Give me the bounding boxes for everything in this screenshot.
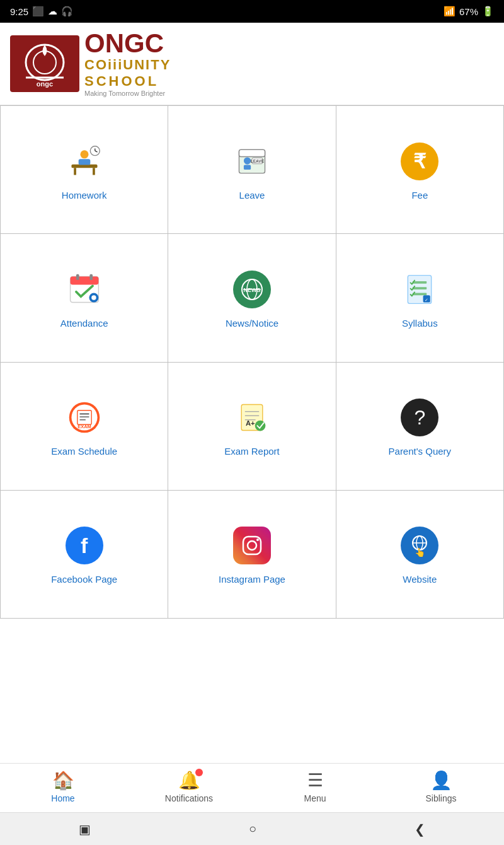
grid-item-parents-query[interactable]: ? Parent's Query [336,363,504,491]
grid-item-facebook[interactable]: f Facebook Page [1,491,168,619]
status-bar-left: 9:25 ⬛ ☁ 🎧 [10,6,73,17]
ongc-logo-box: ongc [10,35,79,92]
leave-icon-wrap: LEAVE [230,139,274,184]
android-recent-button[interactable]: ▣ [79,822,91,837]
syllabus-icon-wrap: ✓ [398,267,442,312]
leave-label: Leave [239,190,265,201]
grid-item-instagram[interactable]: Instagram Page [168,491,336,619]
menu-icon: ☰ [307,770,323,791]
svg-rect-6 [93,168,95,175]
syllabus-label: Syllabus [402,318,438,329]
nav-siblings[interactable]: 👤 Siblings [416,770,466,803]
parents-query-icon-wrap: ? [398,395,442,440]
news-globe-icon: NEWS [241,278,263,301]
svg-text:NEWS: NEWS [243,287,260,293]
facebook-icon: f [66,527,103,564]
website-svg: 👆 [408,534,431,557]
content-spacer [0,619,504,763]
grid-item-news-notice[interactable]: NEWS News/Notice [168,234,336,362]
grid-item-exam-schedule[interactable]: EXAM Exam Schedule [1,363,168,491]
menu-nav-label: Menu [304,793,326,803]
grid-item-attendance[interactable]: Attendance [1,234,168,362]
app-header: ongc ONGC COiiiUNITY SCHOOL Making Tomor… [0,23,504,105]
svg-point-48 [248,541,256,550]
svg-rect-8 [78,159,90,165]
homework-icon [67,144,102,179]
exam-report-icon-wrap: A+ [230,395,274,440]
svg-rect-13 [239,149,265,156]
svg-rect-15 [244,165,251,169]
svg-rect-5 [74,168,76,175]
android-navigation-bar: ▣ ○ ❮ [0,812,504,845]
status-time: 9:25 [10,6,28,17]
svg-point-14 [244,157,251,164]
svg-text:ongc: ongc [37,80,53,88]
instagram-status-icon: ⬛ [32,6,44,17]
grid-item-exam-report[interactable]: A+ Exam Report [168,363,336,491]
attendance-icon [67,272,102,307]
svg-text:A+: A+ [246,419,255,427]
news-icon: NEWS [233,271,271,308]
battery-text: 67% [459,6,478,17]
facebook-icon-wrap: f [62,523,106,568]
ongc-svg: ongc [16,38,73,89]
nav-home[interactable]: 🏠 Home [38,770,88,803]
leave-icon: LEAVE [234,144,270,179]
svg-rect-29 [413,281,427,284]
headphone-icon: 🎧 [61,6,73,17]
notifications-nav-label: Notifications [165,793,213,803]
attendance-icon-wrap [62,267,106,312]
svg-point-46 [255,421,266,431]
grid-item-leave[interactable]: LEAVE Leave [168,106,336,234]
svg-text:EXAM: EXAM [77,424,91,429]
home-icon: 🏠 [52,770,74,791]
svg-point-23 [91,295,96,300]
logo-ongc-text: ONGC [84,30,171,57]
main-grid: Homework LEAVE Leave ₹ Fee [0,105,504,619]
nav-menu[interactable]: ☰ Menu [290,770,340,803]
nav-notifications[interactable]: 🔔 Notifications [164,770,214,803]
exam-schedule-icon-wrap: EXAM [62,395,106,440]
svg-rect-20 [76,274,79,280]
exam-schedule-label: Exam Schedule [51,446,117,457]
fee-label: Fee [411,190,428,201]
logo-tagline: Making Tomorrow Brighter [84,90,171,97]
logo-school-text: SCHOOL [84,73,171,90]
exam-report-icon: A+ [234,400,270,435]
svg-text:LEAVE: LEAVE [251,158,265,163]
grid-item-syllabus[interactable]: ✓ Syllabus [336,234,504,362]
status-bar: 9:25 ⬛ ☁ 🎧 📶 67% 🔋 [0,0,504,23]
notification-badge-container: 🔔 [178,770,200,791]
fee-icon-wrap: ₹ [398,139,442,184]
website-label: Website [403,574,437,585]
news-icon-wrap: NEWS [230,267,274,312]
logo-community-text: COiiiUNITY [84,57,171,73]
svg-rect-30 [413,287,427,289]
instagram-icon-wrap [230,523,274,568]
grid-item-homework[interactable]: Homework [1,106,168,234]
bottom-navigation: 🏠 Home 🔔 Notifications ☰ Menu 👤 Siblings [0,763,504,812]
android-back-button[interactable]: ❮ [415,822,425,837]
grid-item-website[interactable]: 👆 Website [336,491,504,619]
cloud-icon: ☁ [48,6,57,17]
wifi-icon: 📶 [444,6,455,17]
home-nav-label: Home [51,793,74,803]
exam-report-label: Exam Report [224,446,280,457]
instagram-icon [233,527,271,564]
homework-label: Homework [62,190,107,201]
svg-point-9 [90,146,100,155]
homework-icon-wrap [62,139,106,184]
grid-item-fee[interactable]: ₹ Fee [336,106,504,234]
svg-text:✓: ✓ [425,297,429,303]
svg-text:👆: 👆 [415,547,426,557]
ongc-logo-icon: ongc [16,38,73,89]
exam-schedule-icon: EXAM [67,400,102,435]
android-home-button[interactable]: ○ [249,822,256,836]
logo-container: ongc ONGC COiiiUNITY SCHOOL Making Tomor… [10,30,171,97]
person-icon: 👤 [430,770,452,791]
instagram-label: Instagram Page [219,574,285,585]
svg-rect-19 [70,276,98,284]
svg-rect-31 [413,293,427,295]
battery-icon: 🔋 [482,6,494,17]
facebook-label: Facebook Page [51,574,117,585]
